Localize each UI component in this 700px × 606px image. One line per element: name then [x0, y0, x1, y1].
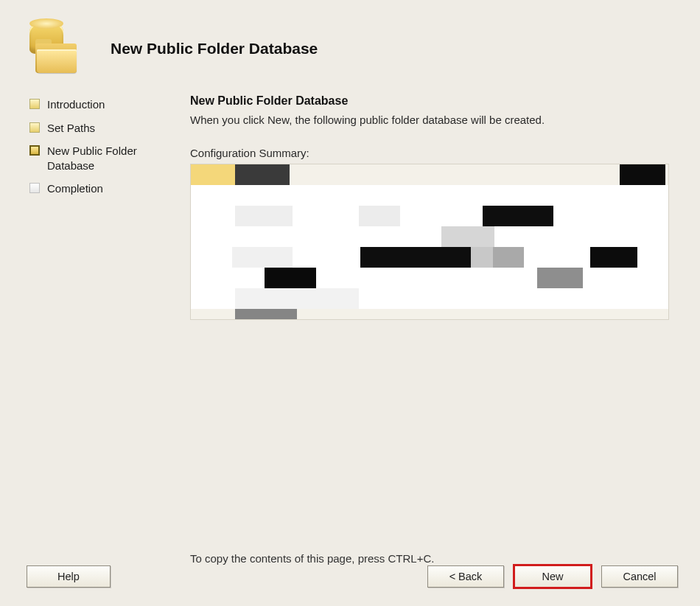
wizard-header: New Public Folder Database — [0, 0, 700, 83]
summary-cell — [359, 206, 400, 226]
summary-cell — [191, 288, 235, 309]
summary-cell — [191, 247, 232, 268]
summary-cell — [316, 268, 537, 288]
summary-cell — [191, 268, 265, 288]
summary-row — [191, 206, 668, 226]
step-label: New Public Folder Database — [47, 144, 168, 173]
summary-row — [191, 288, 668, 309]
summary-cell — [493, 247, 524, 268]
summary-cell — [483, 206, 553, 226]
wizard-steps-sidebar: Introduction Set Paths New Public Folder… — [0, 83, 174, 547]
page-title: New Public Folder Database — [190, 94, 678, 108]
summary-row — [191, 164, 668, 185]
summary-row — [191, 226, 668, 247]
wizard-button-bar: Help < Back New Cancel — [0, 560, 700, 593]
step-label: Set Paths — [47, 121, 95, 136]
summary-cell — [235, 309, 297, 320]
summary-cell — [191, 206, 235, 226]
summary-cell — [360, 247, 471, 268]
summary-cell — [293, 206, 359, 226]
summary-cell — [441, 226, 494, 247]
summary-cell — [232, 247, 293, 268]
summary-cell — [400, 206, 483, 226]
database-folder-icon — [25, 21, 80, 76]
summary-cell — [191, 226, 441, 247]
summary-row — [191, 309, 668, 320]
step-done-icon — [29, 122, 40, 133]
page-description: When you click New, the following public… — [190, 114, 678, 126]
step-label: Introduction — [47, 97, 105, 112]
summary-cell — [524, 247, 590, 268]
cancel-button[interactable]: Cancel — [601, 565, 678, 588]
summary-cell — [290, 164, 620, 185]
summary-cell — [235, 164, 290, 185]
wizard-main-panel: New Public Folder Database When you clic… — [174, 83, 700, 547]
new-button[interactable]: New — [514, 565, 591, 588]
summary-cell — [235, 206, 293, 226]
step-current-icon — [29, 145, 40, 156]
configuration-summary-label: Configuration Summary: — [190, 147, 678, 159]
summary-row — [191, 185, 668, 206]
summary-cell — [537, 268, 583, 288]
summary-cell — [471, 247, 493, 268]
summary-cell — [191, 164, 235, 185]
summary-cell — [235, 288, 359, 309]
help-button[interactable]: Help — [27, 565, 111, 588]
step-done-icon — [29, 99, 40, 109]
wizard-title: New Public Folder Database — [111, 40, 318, 58]
summary-cell — [293, 247, 360, 268]
back-button[interactable]: < Back — [427, 565, 504, 588]
step-set-paths: Set Paths — [29, 121, 168, 136]
step-completion: Completion — [29, 181, 168, 196]
step-label: Completion — [47, 181, 103, 196]
summary-cell — [620, 164, 665, 185]
step-pending-icon — [29, 183, 40, 193]
step-introduction: Introduction — [29, 97, 168, 112]
summary-cell — [265, 268, 316, 288]
summary-cell — [191, 309, 235, 320]
step-new-public-folder-database: New Public Folder Database — [29, 144, 168, 173]
configuration-summary-box — [190, 164, 669, 320]
summary-row — [191, 247, 668, 268]
summary-row — [191, 268, 668, 288]
summary-cell — [590, 247, 637, 268]
